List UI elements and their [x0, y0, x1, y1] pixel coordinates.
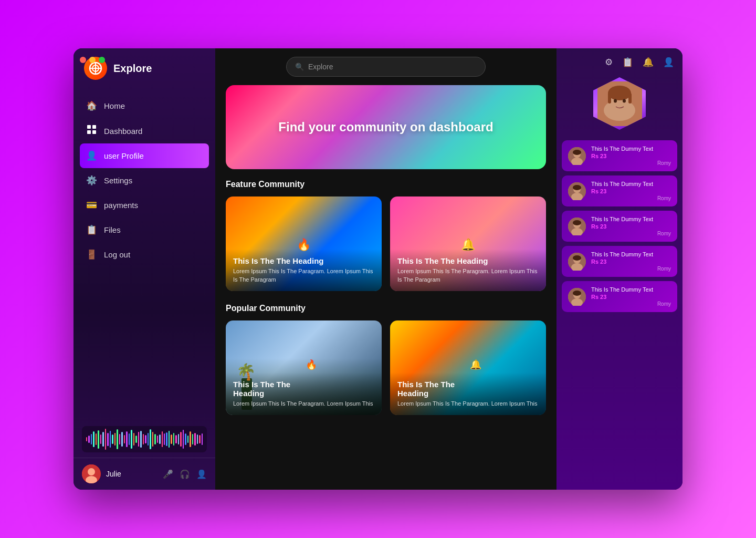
featured-cards-grid: 🔥 This Is The The Heading Lorem Ipsum Th…: [226, 196, 546, 291]
card3-icon: 🔥: [306, 359, 317, 370]
copy-icon[interactable]: 📋: [622, 57, 633, 68]
popular-card-1[interactable]: 🌴 🔥 This Is The The Heading Lorem Ipsum …: [226, 320, 382, 415]
payments-icon: 💳: [86, 200, 97, 211]
featured-card-2[interactable]: 🔔 This Is The The Heading Lorem Ipsum Th…: [390, 196, 546, 291]
sidebar-label-home: Home: [104, 101, 125, 110]
svg-rect-16: [608, 93, 611, 104]
main-content: 🔍 Explore Find your community on dashboa…: [215, 48, 556, 490]
settings-icon[interactable]: ⚙: [605, 57, 613, 68]
notif-username-3: Romy: [591, 231, 671, 236]
notification-card-4[interactable]: This Is The Dummy Text Rs 23 Romy: [562, 246, 677, 277]
profile-hex-avatar: [593, 77, 646, 130]
notif-username-4: Romy: [591, 266, 671, 272]
popular-card-2[interactable]: 🔔 This Is The The Heading Lorem Ipsum Th…: [390, 320, 546, 415]
user-circle-icon[interactable]: 👤: [196, 469, 207, 479]
minimize-button[interactable]: [89, 57, 96, 63]
headphones-icon[interactable]: 🎧: [180, 469, 190, 479]
card2-heading: This Is The The Heading: [397, 256, 539, 265]
notif-username-2: Romy: [591, 195, 671, 201]
sidebar: Explore 🏠 Home Dashboard 👤: [74, 48, 215, 490]
notif-price-2: Rs 23: [591, 188, 671, 194]
home-icon: 🏠: [86, 100, 97, 111]
app-window: Explore 🏠 Home Dashboard 👤: [74, 48, 682, 490]
svg-rect-8: [92, 130, 96, 134]
sidebar-item-dashboard[interactable]: Dashboard: [74, 118, 215, 143]
search-bar-container: 🔍 Explore: [215, 48, 556, 85]
notif-username-5: Romy: [591, 301, 671, 307]
notif-title-1: This Is The Dummy Text: [591, 146, 671, 152]
user-profile-icon: 👤: [86, 150, 97, 161]
mic-icon[interactable]: 🎤: [163, 469, 173, 479]
settings-icon: ⚙️: [86, 175, 97, 186]
svg-point-35: [573, 255, 581, 261]
notif-avatar-1: [568, 147, 586, 165]
sidebar-item-settings[interactable]: ⚙️ Settings: [74, 168, 215, 193]
notification-list: This Is The Dummy Text Rs 23 Romy This I…: [556, 140, 682, 312]
card3-body: Lorem Ipsum This Is The Paragram. Lorem …: [233, 400, 374, 408]
sidebar-item-files[interactable]: 📋 Files: [74, 218, 215, 242]
svg-rect-5: [87, 125, 91, 129]
featured-section-title: Feature Community: [226, 180, 546, 189]
footer-avatar: [82, 464, 101, 483]
svg-rect-6: [92, 125, 96, 129]
footer-controls: 🎤 🎧 👤: [163, 469, 207, 479]
card2-overlay: This Is The The Heading Lorem Ipsum This…: [390, 249, 546, 291]
notification-card-5[interactable]: This Is The Dummy Text Rs 23 Romy: [562, 281, 677, 312]
search-icon: 🔍: [295, 63, 304, 71]
search-bar[interactable]: 🔍 Explore: [286, 57, 486, 77]
svg-point-10: [88, 468, 95, 475]
card3-heading: This Is The The Heading: [233, 380, 374, 398]
notification-card-3[interactable]: This Is The Dummy Text Rs 23 Romy: [562, 211, 677, 242]
sidebar-header: Explore: [74, 48, 215, 88]
card4-overlay: This Is The The Heading Lorem Ipsum This…: [390, 373, 546, 415]
sidebar-navigation: 🏠 Home Dashboard 👤 user Profile: [74, 88, 215, 421]
notif-content-1: This Is The Dummy Text Rs 23 Romy: [591, 146, 671, 166]
notif-title-3: This Is The Dummy Text: [591, 216, 671, 222]
svg-rect-17: [628, 93, 632, 104]
files-icon: 📋: [86, 224, 97, 235]
notif-content-5: This Is The Dummy Text Rs 23 Romy: [591, 286, 671, 307]
bell-icon[interactable]: 🔔: [643, 57, 654, 68]
card4-body: Lorem Ipsum This Is The Paragram. Lorem …: [397, 400, 539, 408]
svg-point-15: [608, 86, 631, 100]
maximize-button[interactable]: [99, 57, 105, 63]
hero-text: Find your community on dashboard: [278, 118, 493, 136]
sidebar-item-user-profile[interactable]: 👤 user Profile: [80, 143, 209, 168]
panel-topbar: ⚙ 📋 🔔 👤: [556, 48, 682, 72]
svg-point-18: [614, 99, 617, 102]
sidebar-label-settings: Settings: [104, 176, 132, 185]
sidebar-title: Explore: [113, 63, 152, 75]
window-controls: [80, 57, 105, 63]
right-panel: ⚙ 📋 🔔 👤: [556, 48, 682, 490]
notif-price-4: Rs 23: [591, 258, 671, 265]
notification-card-1[interactable]: This Is The Dummy Text Rs 23 Romy: [562, 140, 677, 171]
sidebar-label-payments: payments: [104, 201, 138, 210]
notif-content-3: This Is The Dummy Text Rs 23 Romy: [591, 216, 671, 236]
sidebar-item-payments[interactable]: 💳 payments: [74, 193, 215, 218]
notif-avatar-2: [568, 182, 586, 200]
card3-overlay: This Is The The Heading Lorem Ipsum This…: [226, 373, 382, 415]
user-icon[interactable]: 👤: [663, 57, 674, 68]
svg-point-19: [623, 99, 626, 102]
hero-banner: Find your community on dashboard: [226, 85, 546, 169]
card4-icon: 🔔: [470, 359, 481, 370]
search-placeholder: Explore: [308, 63, 333, 71]
sidebar-label-dashboard: Dashboard: [104, 127, 142, 136]
featured-card-1[interactable]: 🔥 This Is The The Heading Lorem Ipsum Th…: [226, 196, 382, 291]
svg-point-31: [573, 220, 581, 225]
notification-card-2[interactable]: This Is The Dummy Text Rs 23 Romy: [562, 175, 677, 206]
sidebar-label-user-profile: user Profile: [104, 151, 144, 160]
notif-price-1: Rs 23: [591, 153, 671, 159]
sidebar-item-home[interactable]: 🏠 Home: [74, 94, 215, 118]
notif-title-5: This Is The Dummy Text: [591, 286, 671, 293]
notif-content-4: This Is The Dummy Text Rs 23 Romy: [591, 251, 671, 272]
sidebar-item-logout[interactable]: 🚪 Log out: [74, 242, 215, 267]
card2-body: Lorem Ipsum This Is The Paragram. Lorem …: [397, 267, 539, 284]
popular-cards-grid: 🌴 🔥 This Is The The Heading Lorem Ipsum …: [226, 320, 546, 415]
notif-title-2: This Is The Dummy Text: [591, 181, 671, 187]
close-button[interactable]: [80, 57, 86, 63]
notif-price-5: Rs 23: [591, 294, 671, 300]
notif-avatar-4: [568, 253, 586, 271]
card4-heading: This Is The The Heading: [397, 380, 539, 398]
profile-section: [556, 72, 682, 140]
